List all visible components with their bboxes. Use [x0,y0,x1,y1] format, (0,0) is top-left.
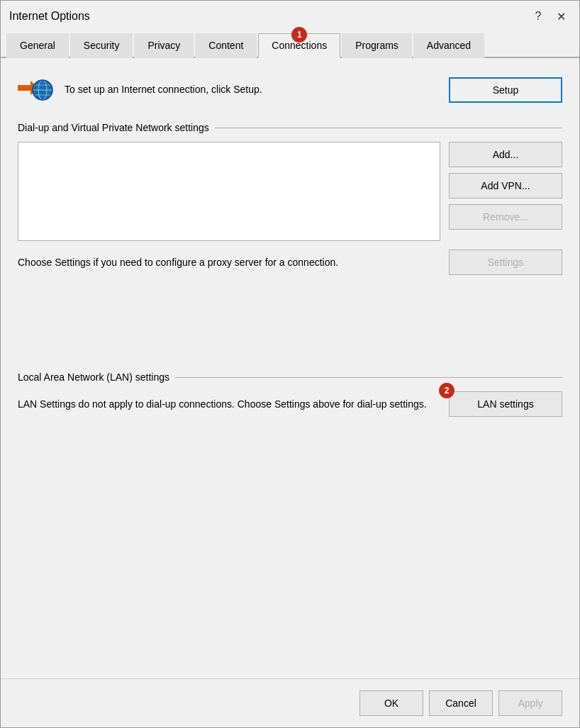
vpn-divider [215,128,562,128]
setup-section: To set up an Internet connection, click … [18,72,562,108]
tab-connections[interactable]: 1 Connections [258,33,340,58]
tabs-container: General Security Privacy Content 1 Conne… [1,32,579,58]
vpn-buttons: Add... Add VPN... Remove... [449,142,562,241]
lan-badge: 2 [439,383,454,398]
dialog-title: Internet Options [9,10,90,23]
add-vpn-button[interactable]: Add VPN... [449,173,562,198]
lan-settings-button[interactable]: LAN settings [449,391,562,417]
lan-divider [175,377,562,378]
title-bar-controls: ? ✕ [528,6,571,26]
lan-button-wrapper: 2 LAN settings [449,391,562,417]
tab-content[interactable]: Content [195,33,257,58]
tab-security[interactable]: Security [70,33,133,58]
content-area: To set up an Internet connection, click … [1,58,579,678]
bottom-bar: OK Cancel Apply [1,678,579,727]
lan-section: Local Area Network (LAN) settings LAN Se… [18,371,562,417]
remove-button[interactable]: Remove... [449,204,562,230]
vpn-area: Add... Add VPN... Remove... [18,142,562,241]
setup-description: To set up an Internet connection, click … [65,83,437,97]
lan-description: LAN Settings do not apply to dial-up con… [18,397,437,412]
ok-button[interactable]: OK [359,690,423,716]
vpn-section-title: Dial-up and Virtual Private Network sett… [18,122,209,133]
apply-button[interactable]: Apply [498,690,562,716]
proxy-section: Choose Settings if you need to configure… [18,250,562,275]
cancel-button[interactable]: Cancel [429,690,493,716]
vpn-settings-button[interactable]: Settings [449,250,562,275]
globe-icon [18,72,53,108]
content-spacer [18,275,562,360]
vpn-section-header: Dial-up and Virtual Private Network sett… [18,122,562,133]
title-bar: Internet Options ? ✕ [1,1,579,29]
lan-info: LAN Settings do not apply to dial-up con… [18,391,562,417]
internet-options-dialog: Internet Options ? ✕ General Security Pr… [0,0,580,728]
tab-privacy[interactable]: Privacy [134,33,194,58]
tab-advanced[interactable]: Advanced [413,33,484,58]
lan-section-title: Local Area Network (LAN) settings [18,371,169,383]
add-button[interactable]: Add... [449,142,562,167]
lan-section-header: Local Area Network (LAN) settings [18,371,562,383]
close-button[interactable]: ✕ [551,6,571,26]
tab-general[interactable]: General [6,33,69,58]
setup-button[interactable]: Setup [449,77,562,103]
proxy-description: Choose Settings if you need to configure… [18,255,437,270]
help-button[interactable]: ? [528,6,548,26]
vpn-list[interactable] [18,142,440,241]
connections-badge: 1 [291,27,307,43]
tab-programs[interactable]: Programs [342,33,412,58]
